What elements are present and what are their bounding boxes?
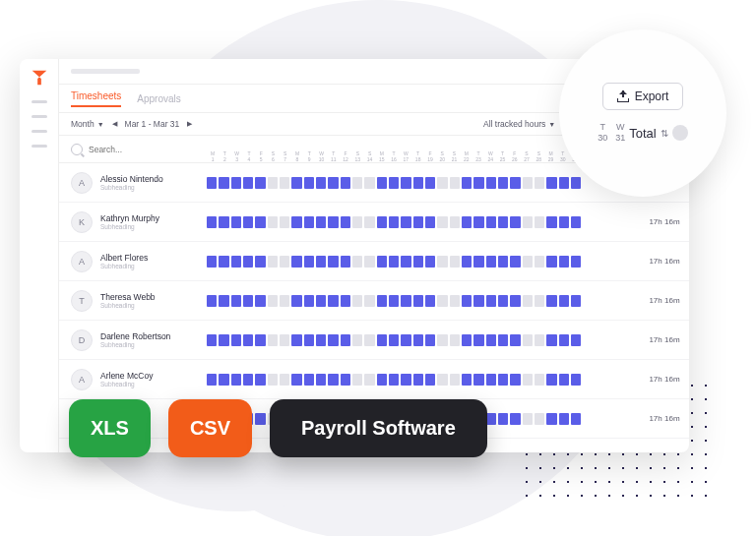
- day-cell[interactable]: [437, 177, 447, 189]
- search-input[interactable]: [89, 145, 167, 154]
- day-cell[interactable]: [401, 216, 410, 228]
- timesheet-row[interactable]: AAlbert FloresSubheading17h 16m: [59, 242, 689, 281]
- day-cell[interactable]: [364, 334, 374, 346]
- day-cell[interactable]: [413, 295, 423, 307]
- day-cell[interactable]: [364, 216, 374, 228]
- day-cell[interactable]: [498, 216, 508, 228]
- day-cell[interactable]: [559, 256, 569, 268]
- day-cell[interactable]: [304, 295, 314, 307]
- day-cell[interactable]: [413, 334, 423, 346]
- day-cell[interactable]: [523, 334, 533, 346]
- day-cell[interactable]: [328, 374, 338, 386]
- day-cell[interactable]: [377, 374, 387, 386]
- day-cell[interactable]: [352, 216, 362, 228]
- day-cell[interactable]: [316, 177, 326, 189]
- timesheet-row[interactable]: AArlene McCoySubheading17h 16m: [59, 360, 689, 399]
- day-cell[interactable]: [291, 295, 301, 307]
- day-cell[interactable]: [425, 216, 435, 228]
- day-cell[interactable]: [437, 295, 447, 307]
- day-cell[interactable]: [559, 295, 569, 307]
- day-cell[interactable]: [559, 334, 569, 346]
- day-cell[interactable]: [498, 177, 508, 189]
- day-cell[interactable]: [523, 177, 533, 189]
- date-range[interactable]: Mar 1 - Mar 31: [125, 119, 180, 129]
- day-cell[interactable]: [462, 334, 472, 346]
- day-cell[interactable]: [510, 334, 520, 346]
- day-cell[interactable]: [280, 177, 289, 189]
- day-cell[interactable]: [255, 216, 265, 228]
- day-cell[interactable]: [389, 216, 399, 228]
- day-cell[interactable]: [219, 374, 228, 386]
- day-cell[interactable]: [280, 256, 289, 268]
- day-cell[interactable]: [559, 413, 569, 425]
- sort-icon[interactable]: ⇅: [661, 128, 668, 139]
- day-cell[interactable]: [498, 413, 508, 425]
- day-cell[interactable]: [571, 216, 581, 228]
- day-cell[interactable]: [364, 295, 374, 307]
- day-cell[interactable]: [450, 334, 460, 346]
- day-cell[interactable]: [304, 334, 314, 346]
- day-cell[interactable]: [377, 295, 387, 307]
- day-cell[interactable]: [328, 216, 338, 228]
- day-cell[interactable]: [546, 413, 556, 425]
- day-cell[interactable]: [207, 295, 217, 307]
- timesheet-row[interactable]: TTheresa WebbSubheading17h 16m: [59, 281, 689, 321]
- day-cell[interactable]: [268, 374, 278, 386]
- day-cell[interactable]: [377, 334, 387, 346]
- day-cell[interactable]: [462, 295, 472, 307]
- day-cell[interactable]: [510, 374, 520, 386]
- day-cell[interactable]: [304, 256, 314, 268]
- day-cell[interactable]: [280, 295, 289, 307]
- day-cell[interactable]: [243, 295, 253, 307]
- day-cell[interactable]: [425, 374, 435, 386]
- day-cell[interactable]: [462, 216, 472, 228]
- day-cell[interactable]: [341, 216, 350, 228]
- nav-next-icon[interactable]: ▶: [187, 120, 192, 128]
- day-cell[interactable]: [352, 295, 362, 307]
- day-cell[interactable]: [486, 334, 496, 346]
- day-cell[interactable]: [437, 374, 447, 386]
- csv-chip[interactable]: CSV: [168, 399, 252, 457]
- day-cell[interactable]: [316, 295, 326, 307]
- day-cell[interactable]: [413, 216, 423, 228]
- day-cell[interactable]: [341, 177, 350, 189]
- day-cell[interactable]: [462, 374, 472, 386]
- day-cell[interactable]: [231, 295, 241, 307]
- day-cell[interactable]: [219, 256, 228, 268]
- day-cell[interactable]: [243, 334, 253, 346]
- day-cell[interactable]: [437, 256, 447, 268]
- day-cell[interactable]: [291, 177, 301, 189]
- day-cell[interactable]: [473, 177, 483, 189]
- day-cell[interactable]: [559, 374, 569, 386]
- day-cell[interactable]: [510, 295, 520, 307]
- day-cell[interactable]: [377, 216, 387, 228]
- day-cell[interactable]: [341, 256, 350, 268]
- day-cell[interactable]: [437, 334, 447, 346]
- day-cell[interactable]: [291, 334, 301, 346]
- export-button[interactable]: Export: [602, 83, 684, 110]
- day-cell[interactable]: [425, 334, 435, 346]
- day-cell[interactable]: [498, 374, 508, 386]
- day-cell[interactable]: [341, 295, 350, 307]
- day-cell[interactable]: [207, 334, 217, 346]
- day-cell[interactable]: [291, 374, 301, 386]
- day-cell[interactable]: [243, 374, 253, 386]
- day-cell[interactable]: [535, 216, 544, 228]
- day-cell[interactable]: [255, 374, 265, 386]
- day-cell[interactable]: [401, 256, 410, 268]
- day-cell[interactable]: [268, 256, 278, 268]
- day-cell[interactable]: [243, 256, 253, 268]
- day-cell[interactable]: [401, 334, 410, 346]
- day-cell[interactable]: [486, 256, 496, 268]
- day-cell[interactable]: [498, 295, 508, 307]
- day-cell[interactable]: [450, 256, 460, 268]
- day-cell[interactable]: [352, 374, 362, 386]
- day-cell[interactable]: [523, 256, 533, 268]
- day-cell[interactable]: [450, 216, 460, 228]
- day-cell[interactable]: [473, 256, 483, 268]
- day-cell[interactable]: [328, 177, 338, 189]
- day-cell[interactable]: [401, 295, 410, 307]
- day-cell[interactable]: [316, 216, 326, 228]
- day-cell[interactable]: [268, 295, 278, 307]
- day-cell[interactable]: [535, 177, 544, 189]
